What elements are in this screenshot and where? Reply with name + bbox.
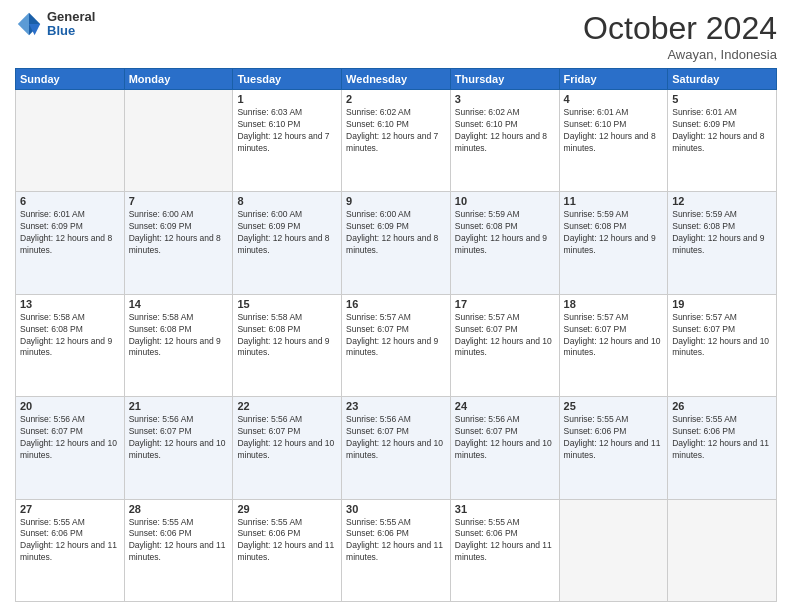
day-number: 26	[672, 400, 772, 412]
day-cell: 31Sunrise: 5:55 AM Sunset: 6:06 PM Dayli…	[450, 499, 559, 601]
day-info: Sunrise: 5:55 AM Sunset: 6:06 PM Dayligh…	[564, 414, 664, 462]
day-cell: 30Sunrise: 5:55 AM Sunset: 6:06 PM Dayli…	[342, 499, 451, 601]
day-info: Sunrise: 5:57 AM Sunset: 6:07 PM Dayligh…	[564, 312, 664, 360]
day-cell: 12Sunrise: 5:59 AM Sunset: 6:08 PM Dayli…	[668, 192, 777, 294]
day-cell: 27Sunrise: 5:55 AM Sunset: 6:06 PM Dayli…	[16, 499, 125, 601]
day-info: Sunrise: 6:02 AM Sunset: 6:10 PM Dayligh…	[455, 107, 555, 155]
day-number: 12	[672, 195, 772, 207]
col-sunday: Sunday	[16, 69, 125, 90]
day-cell: 6Sunrise: 6:01 AM Sunset: 6:09 PM Daylig…	[16, 192, 125, 294]
day-info: Sunrise: 5:58 AM Sunset: 6:08 PM Dayligh…	[237, 312, 337, 360]
day-cell: 25Sunrise: 5:55 AM Sunset: 6:06 PM Dayli…	[559, 397, 668, 499]
day-cell: 1Sunrise: 6:03 AM Sunset: 6:10 PM Daylig…	[233, 90, 342, 192]
day-cell: 14Sunrise: 5:58 AM Sunset: 6:08 PM Dayli…	[124, 294, 233, 396]
day-info: Sunrise: 5:56 AM Sunset: 6:07 PM Dayligh…	[346, 414, 446, 462]
day-number: 31	[455, 503, 555, 515]
day-cell: 11Sunrise: 5:59 AM Sunset: 6:08 PM Dayli…	[559, 192, 668, 294]
header: General Blue October 2024 Awayan, Indone…	[15, 10, 777, 62]
col-monday: Monday	[124, 69, 233, 90]
day-cell: 17Sunrise: 5:57 AM Sunset: 6:07 PM Dayli…	[450, 294, 559, 396]
col-tuesday: Tuesday	[233, 69, 342, 90]
week-row-5: 27Sunrise: 5:55 AM Sunset: 6:06 PM Dayli…	[16, 499, 777, 601]
day-info: Sunrise: 6:00 AM Sunset: 6:09 PM Dayligh…	[346, 209, 446, 257]
day-cell: 15Sunrise: 5:58 AM Sunset: 6:08 PM Dayli…	[233, 294, 342, 396]
day-info: Sunrise: 6:01 AM Sunset: 6:09 PM Dayligh…	[20, 209, 120, 257]
day-cell: 10Sunrise: 5:59 AM Sunset: 6:08 PM Dayli…	[450, 192, 559, 294]
day-number: 5	[672, 93, 772, 105]
day-number: 21	[129, 400, 229, 412]
calendar-table: Sunday Monday Tuesday Wednesday Thursday…	[15, 68, 777, 602]
day-number: 24	[455, 400, 555, 412]
day-info: Sunrise: 5:55 AM Sunset: 6:06 PM Dayligh…	[129, 517, 229, 565]
day-number: 29	[237, 503, 337, 515]
day-cell: 28Sunrise: 5:55 AM Sunset: 6:06 PM Dayli…	[124, 499, 233, 601]
day-cell: 19Sunrise: 5:57 AM Sunset: 6:07 PM Dayli…	[668, 294, 777, 396]
svg-marker-1	[18, 13, 29, 35]
day-cell: 8Sunrise: 6:00 AM Sunset: 6:09 PM Daylig…	[233, 192, 342, 294]
calendar-page: General Blue October 2024 Awayan, Indone…	[0, 0, 792, 612]
day-info: Sunrise: 5:57 AM Sunset: 6:07 PM Dayligh…	[455, 312, 555, 360]
day-number: 1	[237, 93, 337, 105]
day-cell	[124, 90, 233, 192]
day-number: 13	[20, 298, 120, 310]
header-row: Sunday Monday Tuesday Wednesday Thursday…	[16, 69, 777, 90]
day-number: 23	[346, 400, 446, 412]
day-number: 8	[237, 195, 337, 207]
day-cell: 7Sunrise: 6:00 AM Sunset: 6:09 PM Daylig…	[124, 192, 233, 294]
day-cell: 4Sunrise: 6:01 AM Sunset: 6:10 PM Daylig…	[559, 90, 668, 192]
day-number: 11	[564, 195, 664, 207]
day-info: Sunrise: 5:55 AM Sunset: 6:06 PM Dayligh…	[346, 517, 446, 565]
day-number: 27	[20, 503, 120, 515]
logo-icon	[15, 10, 43, 38]
logo-text: General Blue	[47, 10, 95, 39]
day-cell: 18Sunrise: 5:57 AM Sunset: 6:07 PM Dayli…	[559, 294, 668, 396]
day-info: Sunrise: 5:59 AM Sunset: 6:08 PM Dayligh…	[564, 209, 664, 257]
week-row-4: 20Sunrise: 5:56 AM Sunset: 6:07 PM Dayli…	[16, 397, 777, 499]
day-info: Sunrise: 6:01 AM Sunset: 6:09 PM Dayligh…	[672, 107, 772, 155]
day-info: Sunrise: 5:56 AM Sunset: 6:07 PM Dayligh…	[237, 414, 337, 462]
day-cell: 26Sunrise: 5:55 AM Sunset: 6:06 PM Dayli…	[668, 397, 777, 499]
day-number: 3	[455, 93, 555, 105]
day-number: 2	[346, 93, 446, 105]
day-number: 18	[564, 298, 664, 310]
location: Awayan, Indonesia	[583, 47, 777, 62]
day-info: Sunrise: 5:56 AM Sunset: 6:07 PM Dayligh…	[455, 414, 555, 462]
day-info: Sunrise: 6:01 AM Sunset: 6:10 PM Dayligh…	[564, 107, 664, 155]
title-section: October 2024 Awayan, Indonesia	[583, 10, 777, 62]
day-info: Sunrise: 5:56 AM Sunset: 6:07 PM Dayligh…	[20, 414, 120, 462]
day-number: 15	[237, 298, 337, 310]
logo: General Blue	[15, 10, 95, 39]
day-number: 19	[672, 298, 772, 310]
day-info: Sunrise: 6:03 AM Sunset: 6:10 PM Dayligh…	[237, 107, 337, 155]
day-cell: 13Sunrise: 5:58 AM Sunset: 6:08 PM Dayli…	[16, 294, 125, 396]
day-info: Sunrise: 6:00 AM Sunset: 6:09 PM Dayligh…	[129, 209, 229, 257]
day-number: 14	[129, 298, 229, 310]
week-row-2: 6Sunrise: 6:01 AM Sunset: 6:09 PM Daylig…	[16, 192, 777, 294]
month-title: October 2024	[583, 10, 777, 47]
col-wednesday: Wednesday	[342, 69, 451, 90]
day-number: 9	[346, 195, 446, 207]
day-cell: 24Sunrise: 5:56 AM Sunset: 6:07 PM Dayli…	[450, 397, 559, 499]
day-cell: 23Sunrise: 5:56 AM Sunset: 6:07 PM Dayli…	[342, 397, 451, 499]
col-thursday: Thursday	[450, 69, 559, 90]
day-info: Sunrise: 5:56 AM Sunset: 6:07 PM Dayligh…	[129, 414, 229, 462]
day-info: Sunrise: 6:00 AM Sunset: 6:09 PM Dayligh…	[237, 209, 337, 257]
day-info: Sunrise: 5:57 AM Sunset: 6:07 PM Dayligh…	[346, 312, 446, 360]
day-cell: 5Sunrise: 6:01 AM Sunset: 6:09 PM Daylig…	[668, 90, 777, 192]
day-number: 6	[20, 195, 120, 207]
day-number: 16	[346, 298, 446, 310]
day-number: 30	[346, 503, 446, 515]
col-saturday: Saturday	[668, 69, 777, 90]
day-cell	[668, 499, 777, 601]
day-cell: 3Sunrise: 6:02 AM Sunset: 6:10 PM Daylig…	[450, 90, 559, 192]
day-info: Sunrise: 6:02 AM Sunset: 6:10 PM Dayligh…	[346, 107, 446, 155]
day-info: Sunrise: 5:59 AM Sunset: 6:08 PM Dayligh…	[672, 209, 772, 257]
day-info: Sunrise: 5:55 AM Sunset: 6:06 PM Dayligh…	[455, 517, 555, 565]
day-number: 10	[455, 195, 555, 207]
day-info: Sunrise: 5:55 AM Sunset: 6:06 PM Dayligh…	[672, 414, 772, 462]
day-info: Sunrise: 5:57 AM Sunset: 6:07 PM Dayligh…	[672, 312, 772, 360]
day-info: Sunrise: 5:58 AM Sunset: 6:08 PM Dayligh…	[129, 312, 229, 360]
day-number: 25	[564, 400, 664, 412]
day-cell: 29Sunrise: 5:55 AM Sunset: 6:06 PM Dayli…	[233, 499, 342, 601]
day-number: 22	[237, 400, 337, 412]
